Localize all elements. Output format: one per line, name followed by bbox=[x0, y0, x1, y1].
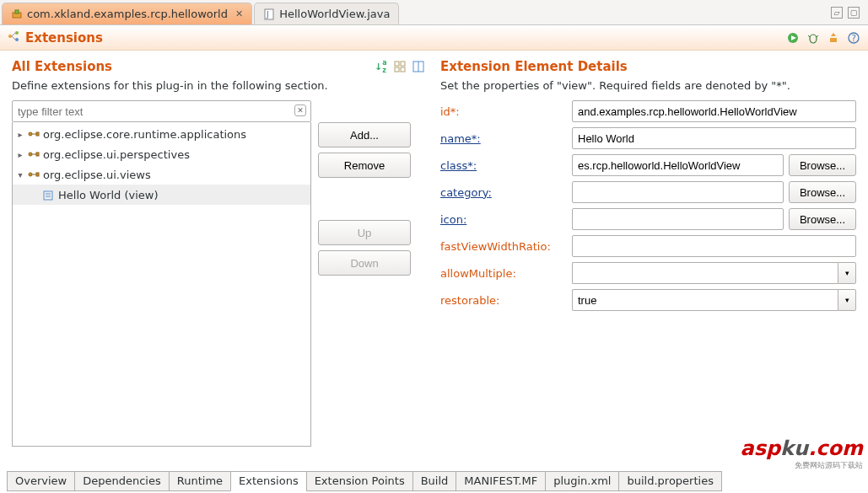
editor-tab-label: com.xkland.examples.rcp.helloworld bbox=[27, 8, 228, 20]
tab-manifest[interactable]: MANIFEST.MF bbox=[456, 471, 546, 491]
svg-rect-32 bbox=[36, 173, 39, 176]
svg-line-13 bbox=[817, 35, 818, 37]
tree-item-label: org.eclipse.core.runtime.applications bbox=[43, 128, 246, 141]
category-input[interactable] bbox=[572, 181, 784, 203]
extension-point-icon bbox=[28, 170, 40, 179]
svg-point-4 bbox=[8, 35, 12, 38]
svg-rect-14 bbox=[830, 38, 837, 42]
class-label[interactable]: class*: bbox=[440, 159, 567, 172]
allowmultiple-dropdown-button[interactable]: ▾ bbox=[838, 262, 856, 284]
tab-dependencies[interactable]: Dependencies bbox=[74, 471, 170, 491]
svg-text:?: ? bbox=[852, 34, 856, 43]
close-icon[interactable]: ✕ bbox=[235, 8, 243, 19]
debug-icon[interactable] bbox=[806, 30, 821, 46]
expand-icon[interactable]: ▸ bbox=[16, 130, 24, 139]
tree-item[interactable]: ▸ org.eclipse.core.runtime.applications bbox=[13, 124, 310, 144]
minimize-icon[interactable]: ▱ bbox=[831, 7, 843, 19]
extension-point-icon bbox=[28, 150, 40, 158]
svg-text:J: J bbox=[266, 10, 269, 19]
down-button[interactable]: Down bbox=[318, 250, 411, 276]
svg-rect-19 bbox=[401, 62, 405, 66]
browse-class-button[interactable]: Browse... bbox=[789, 154, 856, 176]
details-title: Extension Element Details bbox=[440, 59, 856, 74]
expand-icon[interactable]: ▸ bbox=[16, 150, 24, 159]
svg-rect-1 bbox=[15, 10, 19, 13]
restorable-input[interactable] bbox=[572, 289, 838, 311]
svg-marker-15 bbox=[831, 33, 836, 36]
help-icon[interactable]: ? bbox=[846, 30, 861, 46]
toggle-layout-icon[interactable] bbox=[412, 60, 425, 73]
name-label[interactable]: name*: bbox=[440, 132, 567, 145]
tab-pluginxml[interactable]: plugin.xml bbox=[545, 471, 619, 491]
remove-button[interactable]: Remove bbox=[318, 153, 411, 178]
class-input[interactable] bbox=[572, 154, 784, 176]
filter-input[interactable] bbox=[12, 100, 311, 122]
tab-buildprops[interactable]: build.properties bbox=[618, 471, 721, 491]
editor-tab-java[interactable]: J HelloWorldView.java bbox=[254, 3, 399, 24]
page-header: Extensions ? bbox=[0, 25, 868, 51]
editor-tab-manifest[interactable]: com.xkland.examples.rcp.helloworld ✕ bbox=[2, 3, 252, 24]
category-label[interactable]: category: bbox=[440, 186, 567, 199]
svg-line-12 bbox=[808, 35, 810, 37]
left-description: Define extensions for this plug-in in th… bbox=[12, 79, 425, 92]
tab-extension-points[interactable]: Extension Points bbox=[306, 471, 413, 491]
right-description: Set the properties of "view". Required f… bbox=[440, 79, 856, 92]
tree-item-label: org.eclipse.ui.perspectives bbox=[43, 148, 190, 161]
restorable-label: restorable: bbox=[440, 294, 567, 307]
icon-input[interactable] bbox=[572, 208, 784, 230]
sort-alpha-icon[interactable]: ↓a z bbox=[375, 60, 388, 73]
tree-item[interactable]: ▸ org.eclipse.ui.perspectives bbox=[13, 144, 310, 164]
svg-line-7 bbox=[12, 33, 15, 36]
up-button[interactable]: Up bbox=[318, 220, 411, 245]
icon-label[interactable]: icon: bbox=[440, 213, 567, 226]
tab-build[interactable]: Build bbox=[412, 471, 457, 491]
allowmultiple-label: allowMultiple: bbox=[440, 267, 567, 280]
restorable-dropdown-button[interactable]: ▾ bbox=[838, 289, 856, 311]
extension-point-icon bbox=[28, 130, 40, 138]
browse-category-button[interactable]: Browse... bbox=[789, 181, 856, 203]
svg-rect-21 bbox=[401, 67, 405, 72]
clear-filter-icon[interactable]: ✕ bbox=[294, 104, 306, 116]
svg-point-24 bbox=[29, 132, 32, 136]
editor-tab-bar: com.xkland.examples.rcp.helloworld ✕ J H… bbox=[0, 0, 868, 25]
filter-wrapper: ✕ bbox=[12, 100, 311, 122]
svg-rect-26 bbox=[36, 132, 39, 136]
extensions-icon bbox=[7, 29, 20, 46]
extensions-tree[interactable]: ▸ org.eclipse.core.runtime.applications … bbox=[12, 122, 311, 447]
tree-item-selected[interactable]: Hello World (view) bbox=[13, 185, 310, 205]
all-extensions-title: All Extensions ↓a z bbox=[12, 59, 425, 74]
run-icon[interactable] bbox=[785, 30, 801, 46]
export-icon[interactable] bbox=[826, 30, 841, 46]
page-title: Extensions bbox=[25, 30, 103, 46]
svg-rect-29 bbox=[36, 153, 39, 156]
id-label: id*: bbox=[440, 105, 567, 118]
svg-rect-20 bbox=[395, 67, 399, 72]
tab-extensions[interactable]: Extensions bbox=[230, 471, 307, 491]
svg-rect-33 bbox=[44, 191, 52, 200]
browse-icon-button[interactable]: Browse... bbox=[789, 208, 856, 230]
collapse-icon[interactable]: ▾ bbox=[16, 170, 24, 180]
allowmultiple-input[interactable] bbox=[572, 262, 838, 284]
fvwr-input[interactable] bbox=[572, 235, 856, 257]
plugin-icon bbox=[11, 8, 23, 20]
svg-point-5 bbox=[15, 31, 19, 35]
tree-item-label: Hello World (view) bbox=[58, 189, 159, 201]
name-input[interactable] bbox=[572, 127, 856, 149]
svg-point-6 bbox=[15, 38, 19, 41]
bottom-tab-bar: Overview Dependencies Runtime Extensions… bbox=[7, 471, 861, 491]
maximize-icon[interactable]: ▢ bbox=[848, 7, 860, 19]
svg-point-11 bbox=[810, 35, 817, 43]
svg-rect-18 bbox=[395, 62, 399, 66]
id-input[interactable] bbox=[572, 100, 856, 122]
add-button[interactable]: Add... bbox=[318, 122, 411, 147]
collapse-all-icon[interactable] bbox=[393, 60, 407, 73]
editor-tab-label: HelloWorldView.java bbox=[279, 8, 390, 20]
tab-runtime[interactable]: Runtime bbox=[169, 471, 231, 491]
window-controls: ▱ ▢ bbox=[831, 7, 868, 19]
java-file-icon: J bbox=[263, 8, 275, 20]
svg-point-30 bbox=[29, 173, 32, 176]
tree-item-label: org.eclipse.ui.views bbox=[43, 169, 151, 181]
tab-overview[interactable]: Overview bbox=[7, 471, 75, 491]
tree-item[interactable]: ▾ org.eclipse.ui.views bbox=[13, 164, 310, 185]
fvwr-label: fastViewWidthRatio: bbox=[440, 240, 567, 253]
